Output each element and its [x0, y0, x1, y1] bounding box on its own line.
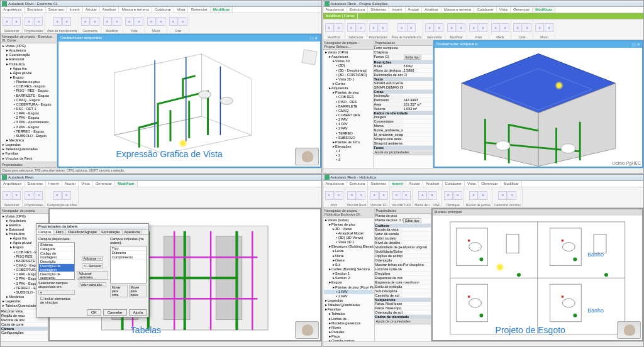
- tree-item[interactable]: ▸ Cortes (Building Section): [324, 267, 374, 272]
- ribbon-button[interactable]: ▫: [34, 191, 43, 200]
- viewport-3d[interactable]: Ocultar/Isolar temporário ▢ ✕: [433, 40, 644, 168]
- prop-value[interactable]: [403, 115, 433, 119]
- tree-item[interactable]: ▸ Tabelas/Quantidades: [1, 147, 56, 151]
- prop-value[interactable]: Mostrar original: [402, 245, 431, 249]
- ribbon-button[interactable]: ▫: [62, 17, 71, 26]
- select-from-dropdown[interactable]: ▾: [38, 290, 75, 295]
- tree-item[interactable]: • 1 PAV: [324, 290, 374, 294]
- tree-item[interactable]: • {3D} {3D Views}: [324, 236, 374, 240]
- ribbon-tab[interactable]: Gerenciar: [511, 7, 533, 13]
- tree-item[interactable]: ▸ Vistas (OPG): [324, 50, 372, 55]
- tree-item[interactable]: • 2 PAV - Esgoto: [1, 116, 56, 120]
- prop-value[interactable]: [402, 311, 431, 314]
- ribbon-tab[interactable]: Sistemas: [25, 181, 46, 187]
- ribbon-button[interactable]: ▫: [53, 191, 62, 200]
- prop-value[interactable]: [403, 85, 433, 89]
- ribbon-button[interactable]: ▫: [545, 23, 553, 32]
- prop-value[interactable]: [402, 254, 431, 258]
- ribbon-tab[interactable]: Arquitetura: [1, 7, 25, 13]
- prop-value[interactable]: [403, 124, 433, 128]
- tree-item[interactable]: • PISO - RES: [324, 100, 372, 104]
- ribbon-tab[interactable]: Vista: [174, 7, 188, 13]
- add-param-button[interactable]: Adicionar parâmetro...: [77, 271, 108, 280]
- tree-item[interactable]: ▸ Esgoto: [324, 280, 374, 285]
- ribbon-button[interactable]: ▫: [147, 17, 156, 26]
- tree-item[interactable]: • 1 PAV: [324, 122, 372, 126]
- ribbon-tab[interactable]: Anotar: [406, 7, 423, 13]
- ribbon-button[interactable]: ▫: [425, 23, 434, 32]
- ribbon-tab[interactable]: Estrutura: [347, 181, 368, 187]
- ribbon-button[interactable]: ▫: [357, 23, 365, 32]
- tree-item[interactable]: • Vista 3D 1: [324, 77, 372, 82]
- ribbon-tab[interactable]: Gerenciar: [479, 181, 501, 187]
- list-item[interactable]: Tipo: [111, 246, 146, 251]
- ribbon-button[interactable]: ▫: [103, 17, 112, 26]
- ribbon-button[interactable]: ▫: [469, 23, 478, 32]
- tree-item[interactable]: • CMAQ: [324, 109, 372, 113]
- ribbon-button[interactable]: ▫: [135, 17, 143, 26]
- tree-item[interactable]: • COB RES - Esgoto: [1, 84, 56, 89]
- prop-value[interactable]: [402, 232, 431, 236]
- tree-item[interactable]: ▸ Sul: [324, 263, 374, 267]
- prop-value[interactable]: 101.357 m²: [403, 102, 433, 106]
- prop-value[interactable]: [402, 272, 431, 275]
- tree-item[interactable]: • TERREO - Esgoto: [1, 129, 56, 134]
- ribbon-button[interactable]: ▫: [491, 23, 500, 32]
- ribbon-button[interactable]: ▫: [347, 191, 356, 200]
- list-item[interactable]: Sistema: [39, 243, 74, 247]
- viewport-controls[interactable]: ▢ ✕: [310, 36, 318, 41]
- tree-item[interactable]: ▸ Famílias: [324, 307, 374, 312]
- tree-item[interactable]: ▸ Arquitetura: [1, 48, 56, 53]
- ribbon-button[interactable]: ▫: [91, 17, 99, 26]
- list-item[interactable]: Categoria: [39, 247, 74, 251]
- add-field-button[interactable]: Adicionar -->: [82, 256, 103, 261]
- tree-item[interactable]: • COBERTURA: [324, 113, 372, 118]
- tree-item[interactable]: • 3 PAV: [324, 118, 372, 122]
- tree-item[interactable]: ▸ Oeste: [324, 258, 374, 263]
- ribbon-button[interactable]: ▫: [402, 191, 411, 200]
- tree-item[interactable]: • Analytical Model: [324, 231, 374, 236]
- prop-value[interactable]: [403, 141, 433, 145]
- tree-item[interactable]: • DSC - DET 1: [1, 107, 56, 111]
- project-tree[interactable]: ▸ Vistas (todos)▸ Plantas de piso▸ 3D - …: [323, 218, 374, 342]
- dialog-tab[interactable]: Filtro: [53, 229, 65, 234]
- ribbon-tab[interactable]: Colaborar: [443, 181, 465, 187]
- viewport-canvas[interactable]: Licínio PgHEC: [435, 48, 643, 167]
- tree-item[interactable]: ▸ Coordenação: [1, 53, 56, 57]
- prop-value[interactable]: 142.4493: [403, 98, 433, 102]
- included-fields-list[interactable]: TipoDiâmetroComprimento: [110, 246, 147, 284]
- tree-item[interactable]: • 3 PAV - Esgoto: [1, 125, 56, 129]
- prop-value[interactable]: [402, 228, 431, 231]
- ribbon-button[interactable]: ▫: [25, 17, 33, 26]
- ribbon-button[interactable]: ▫: [12, 191, 21, 200]
- list-item[interactable]: Comprimento: [111, 255, 146, 260]
- ribbon-tab[interactable]: Massa e terreno: [441, 7, 474, 13]
- ribbon-button[interactable]: ▫: [453, 191, 462, 200]
- ribbon-tab[interactable]: Arquitetura: [323, 7, 347, 13]
- ribbon-button[interactable]: ▫: [12, 17, 21, 26]
- tree-item[interactable]: • 2 PAV: [324, 294, 374, 299]
- ribbon-button[interactable]: ▫: [513, 23, 522, 32]
- dialog-tab[interactable]: Classificar/Agrupar: [66, 229, 99, 234]
- tree-item[interactable]: • 1 PAV - Esgoto: [1, 111, 56, 116]
- ribbon-button[interactable]: ▫: [113, 17, 121, 26]
- ribbon-button[interactable]: ▫: [3, 17, 11, 26]
- tree-item[interactable]: • BARRILETE - Esgoto: [1, 94, 56, 98]
- move-down-button[interactable]: Mover para baixo: [129, 285, 147, 297]
- ribbon-button[interactable]: ▫: [157, 17, 165, 26]
- ribbon-button[interactable]: ▫: [3, 191, 11, 200]
- tree-item[interactable]: ▸ Tabelas/Quantidades: [324, 303, 374, 307]
- ribbon-tab[interactable]: Vista: [497, 7, 511, 13]
- calc-value-button[interactable]: Valor calculado...: [79, 282, 106, 287]
- ribbon-button[interactable]: ▫: [357, 191, 365, 200]
- tree-item[interactable]: ▸ Section 2: [324, 276, 374, 280]
- tree-item[interactable]: ▸ Elevations (Building Elevation): [324, 245, 374, 249]
- cancel-button[interactable]: Cancelar: [103, 309, 127, 316]
- prop-value[interactable]: [402, 267, 431, 271]
- tree-item[interactable]: ▸ Vistas 3D: [324, 59, 372, 63]
- viewport-plan[interactable]: Modelo principal: [431, 208, 644, 342]
- tree-item[interactable]: ▸ Água pluvial: [1, 71, 56, 75]
- ribbon-tab[interactable]: Analisar: [423, 181, 443, 187]
- prop-value[interactable]: [402, 306, 431, 310]
- list-item[interactable]: Descrição: [39, 260, 74, 264]
